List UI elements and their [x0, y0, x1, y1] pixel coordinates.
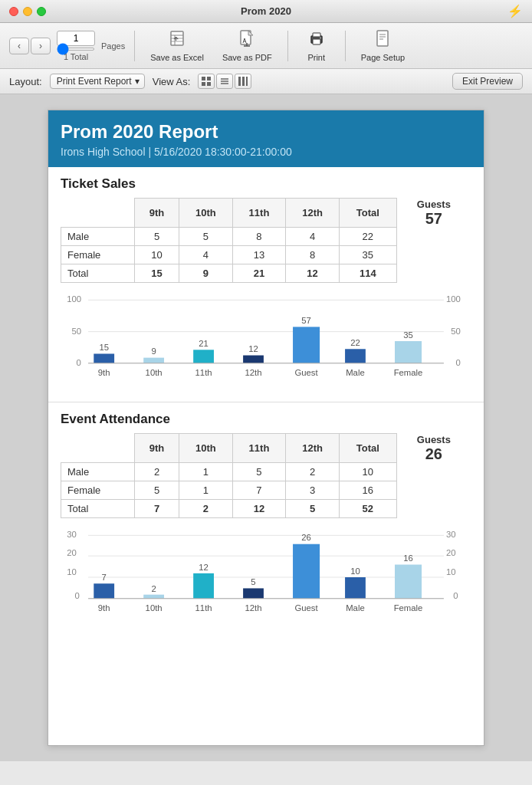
page-navigation: ‹ › [9, 38, 51, 54]
att-cell-male-10th: 1 [179, 463, 233, 481]
att-guests-block: Guests 26 [403, 434, 465, 463]
table-row: Female 10 4 13 8 35 [61, 246, 471, 264]
x-label-male: Male [346, 368, 365, 377]
att-cell-male-9th: 2 [135, 463, 179, 481]
bar-female [395, 341, 422, 363]
att-x-label-9th: 9th [98, 603, 110, 613]
event-attendance-section: Event Attendance 9th 10th 11th 12th Tota… [48, 402, 484, 637]
guests-label: Guests [403, 199, 465, 210]
y-label-0-left: 0 [77, 358, 81, 367]
event-attendance-title: Event Attendance [61, 412, 471, 427]
cell-female-11th: 13 [232, 246, 286, 264]
y-label-100-left: 100 [67, 294, 81, 304]
bar-guest [293, 327, 320, 363]
ticket-sales-chart: 100 50 0 100 50 0 15 [61, 291, 471, 396]
table-row: Female 5 1 7 3 16 [61, 481, 471, 500]
th-9th: 9th [135, 199, 179, 228]
view-columns-button[interactable] [235, 74, 251, 89]
view-grid-button[interactable] [198, 74, 215, 89]
bar-label-12th: 12 [248, 344, 258, 353]
page-setup-icon [373, 29, 392, 51]
cell-total-11th: 21 [232, 264, 286, 283]
ticket-sales-section: Ticket Sales 9th 10th 11th 12th Total Gu… [48, 167, 484, 402]
table-row: Male 5 5 8 4 22 [61, 228, 471, 246]
page-slider[interactable] [57, 48, 95, 51]
att-cell-total-11th: 12 [232, 500, 286, 518]
bar-label-9th: 15 [99, 343, 109, 352]
svg-rect-9 [313, 39, 320, 44]
layout-dropdown[interactable]: Print Event Report ▾ [50, 74, 145, 89]
att-th-11th: 11th [232, 434, 286, 463]
att-bar-label-11th: 12 [199, 563, 209, 572]
cell-female-10th: 4 [179, 246, 233, 264]
pages-total: 1 Total [64, 52, 88, 61]
layout-label: Layout: [9, 76, 42, 87]
att-cell-male-11th: 5 [232, 463, 286, 481]
x-label-guest: Guest [294, 368, 318, 377]
bar-label-male: 22 [350, 338, 360, 347]
svg-rect-10 [313, 33, 320, 37]
toolbar: ‹ › 1 Total Pages Save as Excel [0, 23, 532, 69]
att-row-label-female: Female [61, 481, 135, 500]
bar-12th [243, 356, 264, 363]
print-label: Print [307, 53, 325, 62]
save-excel-button[interactable]: Save as Excel [144, 28, 210, 64]
report-subtitle: Irons High School | 5/16/2020 18:30:00-2… [61, 146, 471, 158]
exit-preview-button[interactable]: Exit Preview [452, 73, 523, 90]
att-th-10th: 10th [179, 434, 233, 463]
traffic-lights [9, 7, 46, 16]
att-x-label-female: Female [394, 603, 423, 613]
cell-female-12th: 8 [286, 246, 340, 264]
print-button[interactable]: Print [297, 28, 336, 64]
bar-label-female: 35 [403, 330, 413, 340]
bar-10th [143, 358, 164, 363]
save-pdf-icon [238, 29, 256, 51]
att-cell-female-10th: 1 [179, 481, 233, 500]
attendance-guests-value: 26 [403, 445, 465, 463]
report-page: Prom 2020 Report Irons High School | 5/1… [48, 110, 484, 746]
table-header-row: 9th 10th 11th 12th Total Guests 57 [61, 199, 471, 228]
separator-2 [287, 31, 288, 61]
close-button[interactable] [9, 7, 18, 16]
att-bar-label-12th: 5 [251, 577, 255, 586]
x-label-10th: 10th [146, 368, 163, 377]
minimize-button[interactable] [23, 7, 32, 16]
att-cell-total-10th: 2 [179, 500, 233, 518]
save-pdf-button[interactable]: Save as PDF [216, 28, 278, 64]
next-page-button[interactable]: › [31, 38, 51, 54]
att-bar-label-10th: 2 [151, 584, 156, 593]
window-title: Prom 2020 [241, 5, 291, 17]
att-y-label-10-right: 10 [446, 567, 456, 576]
svg-rect-24 [242, 77, 245, 86]
cell-female-9th: 10 [135, 246, 179, 264]
cell-total-9th: 15 [135, 264, 179, 283]
att-y-label-0-left: 0 [75, 591, 80, 600]
title-bar: Prom 2020 ⚡ [0, 0, 532, 23]
att-bar-12th [243, 588, 264, 598]
att-row-label-male: Male [61, 463, 135, 481]
att-bar-9th [94, 583, 114, 599]
att-cell-female-total: 16 [339, 481, 396, 500]
separator-1 [134, 31, 135, 61]
table-row: Total 7 2 12 5 52 [61, 500, 471, 518]
y-label-50-right: 50 [451, 327, 461, 336]
view-list-button[interactable] [216, 74, 233, 89]
att-x-label-12th: 12th [245, 603, 261, 613]
main-content: Prom 2020 Report Irons High School | 5/1… [0, 94, 532, 761]
fullscreen-button[interactable] [37, 7, 46, 16]
view-buttons [198, 74, 251, 89]
svg-rect-17 [207, 77, 211, 80]
page-setup-button[interactable]: Page Setup [355, 28, 412, 64]
x-label-11th: 11th [195, 368, 212, 377]
att-bar-10th [143, 595, 164, 599]
prev-page-button[interactable]: ‹ [9, 38, 29, 54]
ticket-guests-value: 57 [403, 210, 465, 228]
attendance-header-row: 9th 10th 11th 12th Total Guests 26 [61, 434, 471, 463]
att-th-9th: 9th [135, 434, 179, 463]
svg-rect-18 [202, 82, 205, 86]
print-icon [307, 29, 326, 51]
x-label-12th: 12th [245, 368, 261, 377]
att-bar-11th [193, 573, 214, 599]
svg-point-11 [320, 38, 321, 39]
att-bar-label-9th: 7 [102, 573, 107, 582]
